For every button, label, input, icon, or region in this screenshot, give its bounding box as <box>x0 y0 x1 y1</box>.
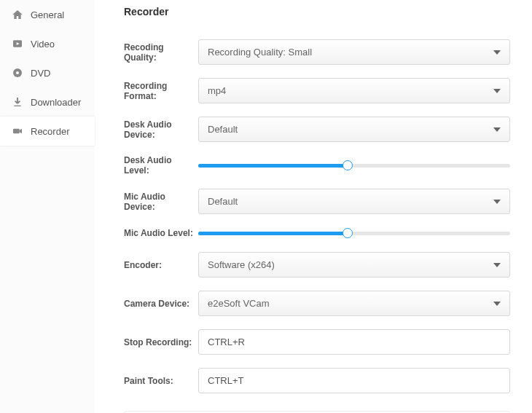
mic-level-slider[interactable] <box>198 227 510 239</box>
sidebar-item-label: DVD <box>31 68 50 79</box>
play-icon <box>12 38 23 50</box>
chevron-down-icon <box>493 127 501 132</box>
desk-device-label: Desk Audio Device: <box>124 119 198 140</box>
camera-select[interactable]: e2eSoft VCam <box>198 291 510 316</box>
desk-device-select[interactable]: Default <box>198 117 510 142</box>
quality-label: Recoding Quality: <box>124 42 198 63</box>
sidebar-item-label: Video <box>31 39 55 50</box>
format-select[interactable]: mp4 <box>198 78 510 103</box>
mic-device-label: Mic Audio Device: <box>124 192 198 212</box>
sidebar-item-downloader[interactable]: Downloader <box>0 87 95 117</box>
chevron-down-icon <box>493 263 501 267</box>
section-title: Recorder <box>124 6 510 17</box>
mic-device-value: Default <box>208 196 238 207</box>
sidebar-item-video[interactable]: Video <box>0 29 95 58</box>
mic-device-select[interactable]: Default <box>198 189 510 214</box>
desk-device-value: Default <box>208 124 238 135</box>
disc-icon <box>12 67 23 79</box>
chevron-down-icon <box>493 302 501 306</box>
paint-label: Paint Tools: <box>124 376 198 386</box>
svg-point-2 <box>16 71 19 74</box>
download-icon <box>12 96 23 108</box>
desk-level-slider[interactable] <box>198 160 510 171</box>
sidebar-item-label: Downloader <box>31 97 81 108</box>
sidebar-item-label: General <box>31 9 64 20</box>
main-panel: Recorder Recoding Quality: Recording Qua… <box>95 0 532 413</box>
sidebar-item-general[interactable]: General <box>0 0 95 29</box>
sidebar-item-label: Recorder <box>31 126 69 137</box>
stop-recording-input[interactable] <box>198 329 510 355</box>
format-label: Recording Format: <box>124 81 198 101</box>
camera-value: e2eSoft VCam <box>208 298 270 309</box>
encoder-label: Encoder: <box>124 260 198 270</box>
stop-label: Stop Recording: <box>124 337 198 347</box>
quality-value: Recording Quality: Small <box>208 47 312 58</box>
mic-level-label: Mic Audio Level: <box>124 228 198 238</box>
desk-level-label: Desk Audio Level: <box>124 155 198 176</box>
paint-tools-input[interactable] <box>198 368 510 393</box>
encoder-select[interactable]: Software (x264) <box>198 252 510 278</box>
sidebar-item-recorder[interactable]: Recorder <box>0 117 95 146</box>
camera-label: Camera Device: <box>124 299 198 309</box>
home-icon <box>12 9 23 20</box>
camera-icon <box>12 125 23 137</box>
chevron-down-icon <box>493 89 501 93</box>
svg-rect-4 <box>13 129 20 134</box>
sidebar-item-dvd[interactable]: DVD <box>0 58 95 87</box>
svg-rect-3 <box>14 106 20 106</box>
chevron-down-icon <box>493 50 501 55</box>
encoder-value: Software (x264) <box>208 259 275 270</box>
format-value: mp4 <box>208 85 226 96</box>
chevron-down-icon <box>493 200 501 204</box>
sidebar: General Video DVD Downloader Recorder <box>0 0 95 413</box>
quality-select[interactable]: Recording Quality: Small <box>198 39 510 65</box>
